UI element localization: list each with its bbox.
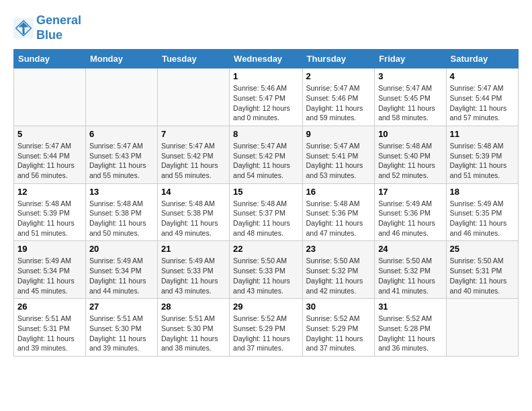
calendar-cell bbox=[14, 68, 86, 126]
day-number: 11 bbox=[450, 129, 515, 139]
calendar-cell: 27 Sunrise: 5:51 AMSunset: 5:30 PMDaylig… bbox=[85, 299, 157, 357]
calendar-cell: 3 Sunrise: 5:47 AMSunset: 5:45 PMDayligh… bbox=[375, 68, 446, 126]
calendar-cell bbox=[446, 299, 518, 357]
day-info: Sunrise: 5:51 AMSunset: 5:30 PMDaylight:… bbox=[161, 314, 226, 353]
day-number: 15 bbox=[233, 187, 298, 197]
weekday-header: Friday bbox=[375, 50, 446, 68]
calendar-cell: 4 Sunrise: 5:47 AMSunset: 5:44 PMDayligh… bbox=[446, 68, 518, 126]
day-info: Sunrise: 5:51 AMSunset: 5:31 PMDaylight:… bbox=[17, 314, 82, 353]
calendar-cell: 18 Sunrise: 5:49 AMSunset: 5:35 PMDaylig… bbox=[446, 183, 518, 241]
day-number: 10 bbox=[378, 129, 442, 139]
day-info: Sunrise: 5:48 AMSunset: 5:37 PMDaylight:… bbox=[233, 199, 298, 238]
day-info: Sunrise: 5:50 AMSunset: 5:32 PMDaylight:… bbox=[378, 256, 442, 295]
weekday-header: Wednesday bbox=[230, 50, 302, 68]
day-info: Sunrise: 5:52 AMSunset: 5:28 PMDaylight:… bbox=[378, 314, 442, 353]
day-info: Sunrise: 5:48 AMSunset: 5:36 PMDaylight:… bbox=[306, 199, 371, 238]
day-number: 2 bbox=[306, 71, 371, 81]
logo: General Blue bbox=[13, 13, 81, 42]
day-number: 9 bbox=[306, 129, 371, 139]
calendar-cell: 25 Sunrise: 5:50 AMSunset: 5:31 PMDaylig… bbox=[446, 241, 518, 299]
calendar-cell: 22 Sunrise: 5:50 AMSunset: 5:33 PMDaylig… bbox=[230, 241, 302, 299]
calendar-cell: 7 Sunrise: 5:47 AMSunset: 5:42 PMDayligh… bbox=[157, 126, 229, 183]
calendar-cell: 26 Sunrise: 5:51 AMSunset: 5:31 PMDaylig… bbox=[14, 299, 86, 357]
day-number: 27 bbox=[89, 302, 154, 312]
day-info: Sunrise: 5:48 AMSunset: 5:38 PMDaylight:… bbox=[89, 199, 154, 238]
calendar-cell bbox=[157, 68, 229, 126]
day-info: Sunrise: 5:49 AMSunset: 5:34 PMDaylight:… bbox=[17, 256, 82, 295]
day-info: Sunrise: 5:47 AMSunset: 5:44 PMDaylight:… bbox=[450, 83, 515, 123]
day-number: 16 bbox=[306, 187, 371, 197]
day-info: Sunrise: 5:47 AMSunset: 5:41 PMDaylight:… bbox=[306, 141, 371, 181]
day-number: 30 bbox=[306, 302, 371, 312]
day-info: Sunrise: 5:52 AMSunset: 5:29 PMDaylight:… bbox=[306, 314, 371, 353]
day-info: Sunrise: 5:50 AMSunset: 5:31 PMDaylight:… bbox=[450, 256, 515, 295]
calendar-cell: 12 Sunrise: 5:48 AMSunset: 5:39 PMDaylig… bbox=[14, 183, 86, 241]
calendar-week-row: 5 Sunrise: 5:47 AMSunset: 5:44 PMDayligh… bbox=[14, 126, 519, 183]
logo-text: General Blue bbox=[36, 13, 81, 42]
calendar-week-row: 26 Sunrise: 5:51 AMSunset: 5:31 PMDaylig… bbox=[14, 299, 519, 357]
day-info: Sunrise: 5:50 AMSunset: 5:32 PMDaylight:… bbox=[306, 256, 371, 295]
day-number: 14 bbox=[161, 187, 226, 197]
day-number: 22 bbox=[233, 244, 298, 254]
day-info: Sunrise: 5:47 AMSunset: 5:42 PMDaylight:… bbox=[233, 141, 298, 181]
calendar-table: SundayMondayTuesdayWednesdayThursdayFrid… bbox=[13, 49, 519, 357]
logo-icon bbox=[13, 18, 34, 38]
calendar-cell: 9 Sunrise: 5:47 AMSunset: 5:41 PMDayligh… bbox=[302, 126, 375, 183]
day-info: Sunrise: 5:47 AMSunset: 5:46 PMDaylight:… bbox=[306, 83, 371, 123]
day-number: 17 bbox=[378, 187, 442, 197]
calendar-cell: 16 Sunrise: 5:48 AMSunset: 5:36 PMDaylig… bbox=[302, 183, 375, 241]
day-info: Sunrise: 5:48 AMSunset: 5:39 PMDaylight:… bbox=[17, 199, 82, 238]
day-number: 5 bbox=[17, 129, 82, 139]
calendar-cell: 6 Sunrise: 5:47 AMSunset: 5:43 PMDayligh… bbox=[85, 126, 157, 183]
calendar-week-row: 1 Sunrise: 5:46 AMSunset: 5:47 PMDayligh… bbox=[14, 68, 519, 126]
calendar-cell: 1 Sunrise: 5:46 AMSunset: 5:47 PMDayligh… bbox=[230, 68, 302, 126]
calendar-cell: 19 Sunrise: 5:49 AMSunset: 5:34 PMDaylig… bbox=[14, 241, 86, 299]
day-number: 18 bbox=[450, 187, 515, 197]
day-number: 25 bbox=[450, 244, 515, 254]
calendar-cell: 5 Sunrise: 5:47 AMSunset: 5:44 PMDayligh… bbox=[14, 126, 86, 183]
day-number: 12 bbox=[17, 187, 82, 197]
day-number: 8 bbox=[233, 129, 298, 139]
day-info: Sunrise: 5:48 AMSunset: 5:40 PMDaylight:… bbox=[378, 141, 442, 181]
day-info: Sunrise: 5:48 AMSunset: 5:39 PMDaylight:… bbox=[450, 141, 515, 181]
calendar-cell: 24 Sunrise: 5:50 AMSunset: 5:32 PMDaylig… bbox=[375, 241, 446, 299]
day-info: Sunrise: 5:51 AMSunset: 5:30 PMDaylight:… bbox=[89, 314, 154, 353]
day-info: Sunrise: 5:49 AMSunset: 5:35 PMDaylight:… bbox=[450, 199, 515, 238]
page-header: General Blue bbox=[13, 13, 519, 42]
calendar-cell: 15 Sunrise: 5:48 AMSunset: 5:37 PMDaylig… bbox=[230, 183, 302, 241]
day-number: 4 bbox=[450, 71, 515, 81]
day-info: Sunrise: 5:49 AMSunset: 5:36 PMDaylight:… bbox=[378, 199, 442, 238]
day-number: 23 bbox=[306, 244, 371, 254]
day-info: Sunrise: 5:47 AMSunset: 5:45 PMDaylight:… bbox=[378, 83, 442, 123]
calendar-cell: 20 Sunrise: 5:49 AMSunset: 5:34 PMDaylig… bbox=[85, 241, 157, 299]
calendar-cell: 21 Sunrise: 5:49 AMSunset: 5:33 PMDaylig… bbox=[157, 241, 229, 299]
day-info: Sunrise: 5:46 AMSunset: 5:47 PMDaylight:… bbox=[233, 83, 298, 123]
calendar-cell: 29 Sunrise: 5:52 AMSunset: 5:29 PMDaylig… bbox=[230, 299, 302, 357]
calendar-cell bbox=[85, 68, 157, 126]
day-number: 21 bbox=[161, 244, 226, 254]
day-number: 13 bbox=[89, 187, 154, 197]
day-number: 31 bbox=[378, 302, 442, 312]
calendar-cell: 17 Sunrise: 5:49 AMSunset: 5:36 PMDaylig… bbox=[375, 183, 446, 241]
weekday-header: Saturday bbox=[446, 50, 518, 68]
day-number: 29 bbox=[233, 302, 298, 312]
weekday-header: Thursday bbox=[302, 50, 375, 68]
calendar-cell: 2 Sunrise: 5:47 AMSunset: 5:46 PMDayligh… bbox=[302, 68, 375, 126]
calendar-cell: 31 Sunrise: 5:52 AMSunset: 5:28 PMDaylig… bbox=[375, 299, 446, 357]
day-number: 28 bbox=[161, 302, 226, 312]
day-info: Sunrise: 5:50 AMSunset: 5:33 PMDaylight:… bbox=[233, 256, 298, 295]
calendar-cell: 11 Sunrise: 5:48 AMSunset: 5:39 PMDaylig… bbox=[446, 126, 518, 183]
calendar-header-row: SundayMondayTuesdayWednesdayThursdayFrid… bbox=[14, 50, 519, 68]
day-info: Sunrise: 5:49 AMSunset: 5:33 PMDaylight:… bbox=[161, 256, 226, 295]
weekday-header: Monday bbox=[85, 50, 157, 68]
calendar-week-row: 12 Sunrise: 5:48 AMSunset: 5:39 PMDaylig… bbox=[14, 183, 519, 241]
day-info: Sunrise: 5:47 AMSunset: 5:43 PMDaylight:… bbox=[89, 141, 154, 181]
day-number: 3 bbox=[378, 71, 442, 81]
day-info: Sunrise: 5:47 AMSunset: 5:42 PMDaylight:… bbox=[161, 141, 226, 181]
weekday-header: Tuesday bbox=[157, 50, 229, 68]
day-number: 20 bbox=[89, 244, 154, 254]
day-number: 19 bbox=[17, 244, 82, 254]
day-info: Sunrise: 5:48 AMSunset: 5:38 PMDaylight:… bbox=[161, 199, 226, 238]
calendar-cell: 8 Sunrise: 5:47 AMSunset: 5:42 PMDayligh… bbox=[230, 126, 302, 183]
day-number: 26 bbox=[17, 302, 82, 312]
